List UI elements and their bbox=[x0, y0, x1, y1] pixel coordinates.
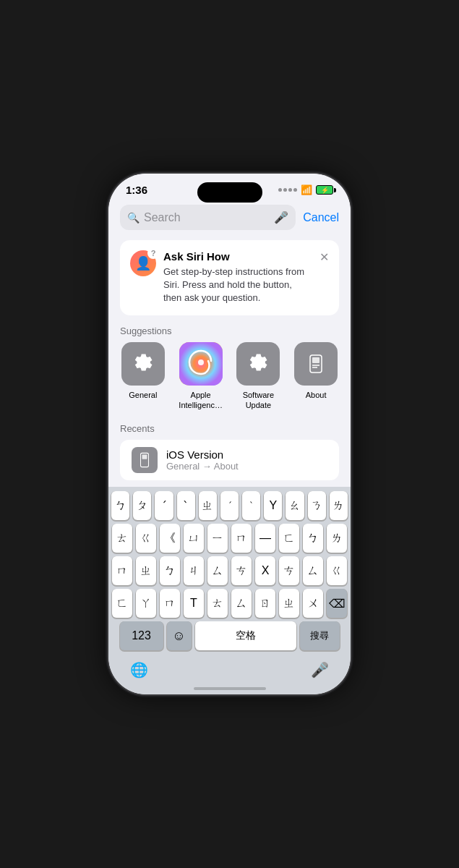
key-34[interactable]: ㄐ bbox=[184, 556, 204, 585]
search-bar[interactable]: 🔍 Search 🎤 bbox=[120, 205, 296, 230]
key-41[interactable]: ㄈ bbox=[112, 589, 132, 618]
key-36[interactable]: ㄘ bbox=[231, 556, 252, 585]
key-47[interactable]: ㄖ bbox=[255, 589, 275, 618]
suggestion-general[interactable]: General bbox=[119, 342, 168, 411]
key-32[interactable]: ㄓ bbox=[136, 556, 156, 585]
key-6[interactable]: ˊ bbox=[220, 491, 239, 520]
keyboard-row-2: ㄊ ㄍ 《 ㄩ ㄧ ㄇ — ㄈ ㄅ ㄌ bbox=[111, 524, 348, 553]
search-area: 🔍 Search 🎤 Cancel bbox=[108, 199, 351, 237]
number-key[interactable]: 123 bbox=[120, 621, 163, 650]
key-26[interactable]: ㄇ bbox=[231, 524, 252, 553]
key-35[interactable]: ㄙ bbox=[207, 556, 228, 585]
key-27[interactable]: — bbox=[255, 524, 275, 553]
globe-icon[interactable]: 🌐 bbox=[130, 661, 148, 678]
keyboard-row-3: ㄇ ㄓ ㄅ ㄐ ㄙ ㄘ X ㄘ ㄙ ㄍ bbox=[111, 556, 348, 585]
key-21[interactable]: ㄊ bbox=[112, 524, 132, 553]
software-update-icon bbox=[236, 342, 280, 386]
about-icon bbox=[294, 342, 338, 386]
cancel-button[interactable]: Cancel bbox=[303, 211, 339, 224]
key-2a[interactable]: ㄌ bbox=[327, 524, 347, 553]
recents-section: Recents iOS Version General → About bbox=[108, 417, 351, 480]
key-4[interactable]: ˋ bbox=[177, 491, 195, 520]
key-43[interactable]: ㄇ bbox=[160, 589, 180, 618]
delete-key[interactable]: ⌫ bbox=[327, 589, 347, 618]
key-3a[interactable]: ㄍ bbox=[327, 556, 347, 585]
key-46[interactable]: ㄙ bbox=[231, 589, 252, 618]
keyboard: ㄅ ㄆ ˊ ˋ ㄓ ˊ ˋ Y ㄠ ㄋ ㄌ ㄊ ㄍ 《 ㄩ ㄧ ㄇ — bbox=[108, 487, 351, 657]
space-key[interactable]: 空格 bbox=[195, 621, 296, 650]
key-42[interactable]: ㄚ bbox=[136, 589, 156, 618]
svg-rect-3 bbox=[312, 357, 319, 363]
key-3[interactable]: ˊ bbox=[155, 491, 173, 520]
key-10[interactable]: ㄋ bbox=[308, 491, 326, 520]
key-8[interactable]: Y bbox=[264, 491, 282, 520]
key-2[interactable]: ㄆ bbox=[133, 491, 151, 520]
key-37[interactable]: X bbox=[255, 556, 275, 585]
software-update-label: Software Update bbox=[233, 390, 283, 411]
phone-frame: 1:36 📶 ⚡ 🔍 Search 🎤 Cance bbox=[108, 174, 351, 694]
about-label: About bbox=[306, 390, 327, 400]
battery-icon: ⚡ bbox=[316, 185, 333, 195]
suggestion-about[interactable]: About bbox=[291, 342, 340, 411]
siri-content: Ask Siri How Get step-by-step instructio… bbox=[163, 250, 312, 305]
recent-item-ios-version[interactable]: iOS Version General → About bbox=[120, 440, 339, 480]
recent-item-icon bbox=[132, 447, 158, 473]
suggestion-apple-intelligence[interactable]: Apple Intelligenc… bbox=[176, 342, 226, 411]
key-45[interactable]: ㄊ bbox=[207, 589, 228, 618]
suggestions-grid: General bbox=[108, 342, 351, 418]
emoji-key[interactable]: ☺ bbox=[167, 621, 192, 650]
recent-item-subtitle: General → About bbox=[166, 461, 239, 472]
status-time: 1:36 bbox=[126, 184, 147, 196]
key-1[interactable]: ㄅ bbox=[111, 491, 129, 520]
search-icon: 🔍 bbox=[127, 212, 140, 224]
dynamic-island bbox=[197, 182, 262, 203]
search-placeholder: Search bbox=[144, 211, 270, 224]
recent-item-text: iOS Version General → About bbox=[166, 448, 239, 472]
key-31[interactable]: ㄇ bbox=[112, 556, 132, 585]
key-9[interactable]: ㄠ bbox=[286, 491, 304, 520]
siri-card: 👤 ? Ask Siri How Get step-by-step instru… bbox=[120, 240, 339, 315]
key-5[interactable]: ㄓ bbox=[199, 491, 217, 520]
battery-charging-icon: ⚡ bbox=[321, 187, 329, 194]
signal-icon bbox=[278, 188, 297, 192]
content-area: 👤 ? Ask Siri How Get step-by-step instru… bbox=[108, 237, 351, 487]
status-icons: 📶 ⚡ bbox=[278, 184, 333, 195]
suggestion-software-update[interactable]: Software Update bbox=[233, 342, 283, 411]
siri-avatar: 👤 ? bbox=[130, 250, 156, 276]
bottom-bar: 🌐 🎤 bbox=[108, 657, 351, 684]
key-28[interactable]: ㄈ bbox=[279, 524, 299, 553]
keyboard-row-1: ㄅ ㄆ ˊ ˋ ㄓ ˊ ˋ Y ㄠ ㄋ ㄌ bbox=[111, 491, 348, 520]
siri-close-button[interactable]: ✕ bbox=[319, 250, 329, 264]
key-44[interactable]: T bbox=[184, 589, 204, 618]
key-24[interactable]: ㄩ bbox=[184, 524, 204, 553]
svg-rect-7 bbox=[142, 455, 147, 459]
home-bar bbox=[108, 684, 351, 694]
apple-intelligence-label: Apple Intelligenc… bbox=[176, 390, 226, 411]
siri-title: Ask Siri How bbox=[163, 250, 312, 263]
svg-point-1 bbox=[198, 359, 204, 365]
key-33[interactable]: ㄅ bbox=[160, 556, 180, 585]
apple-intelligence-icon bbox=[179, 342, 223, 386]
key-25[interactable]: ㄧ bbox=[207, 524, 228, 553]
general-label: General bbox=[129, 390, 157, 400]
siri-body: Get step-by-step instructions from Siri.… bbox=[163, 265, 312, 305]
general-icon bbox=[121, 342, 165, 386]
recent-item-title: iOS Version bbox=[166, 448, 239, 461]
mic-bottom-icon[interactable]: 🎤 bbox=[311, 661, 329, 678]
key-39[interactable]: ㄙ bbox=[303, 556, 323, 585]
key-22[interactable]: ㄍ bbox=[136, 524, 156, 553]
recents-label: Recents bbox=[108, 420, 351, 440]
key-23[interactable]: 《 bbox=[160, 524, 180, 553]
keyboard-row-4: ㄈ ㄚ ㄇ T ㄊ ㄙ ㄖ ㄓ ㄨ ⌫ bbox=[111, 589, 348, 618]
key-49[interactable]: ㄨ bbox=[303, 589, 323, 618]
home-indicator bbox=[194, 687, 266, 690]
key-29[interactable]: ㄅ bbox=[303, 524, 323, 553]
key-11[interactable]: ㄌ bbox=[330, 491, 348, 520]
keyboard-bottom-row: 123 ☺ 空格 搜尋 bbox=[111, 621, 348, 650]
key-38[interactable]: ㄘ bbox=[279, 556, 299, 585]
search-key[interactable]: 搜尋 bbox=[300, 621, 340, 650]
key-48[interactable]: ㄓ bbox=[279, 589, 299, 618]
mic-icon[interactable]: 🎤 bbox=[274, 210, 288, 224]
wifi-icon: 📶 bbox=[301, 184, 312, 195]
key-7[interactable]: ˋ bbox=[242, 491, 260, 520]
